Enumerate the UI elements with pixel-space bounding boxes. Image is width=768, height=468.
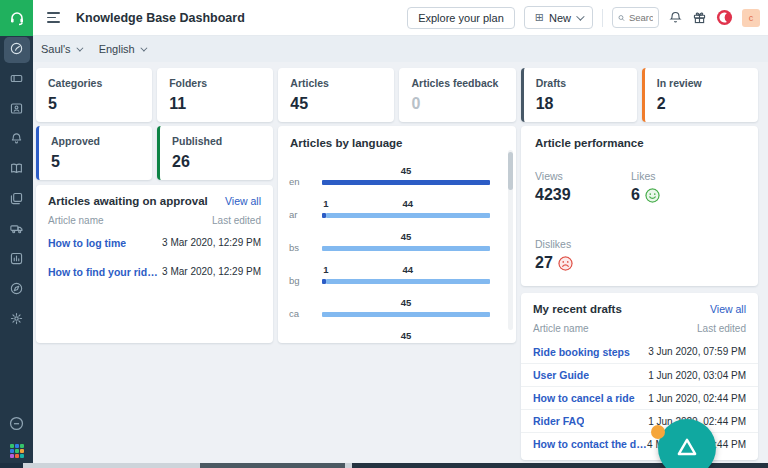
article-link[interactable]: How to contact the driver: [533, 438, 647, 450]
stat-label: In review: [657, 77, 746, 89]
drafts-rows: Ride booking steps3 Jun 2020, 07:59 PMUs…: [521, 340, 758, 455]
chevron-down-icon: [140, 44, 147, 51]
app-switcher[interactable]: [0, 444, 33, 458]
performance-title: Article performance: [535, 137, 744, 149]
stat-card-articles-feedback[interactable]: Articles feedback0: [399, 68, 515, 122]
crescent-icon: [716, 9, 733, 26]
bar-segment: [322, 180, 490, 185]
stats-grid-row2: Approved5Published26: [36, 126, 273, 180]
article-link[interactable]: Rider FAQ: [533, 415, 584, 427]
value-label: 45: [401, 231, 412, 242]
headset-icon: [8, 9, 26, 27]
search-box[interactable]: [612, 7, 659, 28]
divider: [602, 9, 603, 27]
stat-value: 5: [51, 153, 140, 171]
sidebar-help[interactable]: [0, 415, 33, 432]
drafts-view-all-link[interactable]: View all: [710, 303, 746, 315]
stat-value: 18: [536, 95, 625, 113]
stat-card-published[interactable]: Published26: [157, 126, 273, 180]
sidebar-item-contacts[interactable]: [4, 97, 30, 123]
page-title: Knowledge Base Dashboard: [76, 11, 245, 25]
app-dot: [15, 449, 19, 453]
column-article-name: Article name: [533, 323, 589, 334]
settings-icon: [9, 311, 24, 330]
value-label: 44: [403, 264, 414, 275]
search-input[interactable]: [629, 12, 653, 23]
help-widget-fab[interactable]: [658, 419, 716, 468]
last-edited-date: 3 Mar 2020, 12:29 PM: [162, 266, 261, 277]
new-button[interactable]: ⊞ New: [524, 6, 593, 29]
app-dot: [10, 454, 14, 458]
stat-card-in-review[interactable]: In review2: [642, 68, 758, 122]
table-row: How to find your ride far...3 Mar 2020, …: [36, 259, 273, 284]
sidebar-item-dashboard[interactable]: [4, 37, 30, 63]
help-circle-icon: [8, 415, 25, 432]
sidebar-item-analytics[interactable]: [4, 247, 30, 273]
stat-card-drafts[interactable]: Drafts18: [521, 68, 637, 122]
horizontal-scrollbar-thumb[interactable]: [200, 463, 345, 468]
table-row: Ride booking steps3 Jun 2020, 07:59 PM: [521, 340, 758, 363]
bar-segment: [326, 279, 490, 284]
article-link[interactable]: How to log time: [48, 237, 126, 249]
sidebar-item-alerts[interactable]: [4, 127, 30, 153]
sidebar-item-forums[interactable]: [4, 187, 30, 213]
sidebar-item-explore[interactable]: [4, 277, 30, 303]
sidebar-bottom-cap: [0, 463, 23, 468]
stat-label: Articles feedback: [411, 77, 503, 89]
awaiting-view-all-link[interactable]: View all: [225, 195, 261, 207]
likes-label: Likes: [631, 170, 660, 182]
contacts-icon: [9, 101, 24, 120]
app-dot: [20, 449, 24, 453]
article-link[interactable]: How to cancel a ride: [533, 392, 635, 404]
chart-row-zh-CN: zh-CN45: [278, 328, 516, 343]
horizontal-scrollbar[interactable]: [23, 463, 768, 468]
analytics-icon: [9, 251, 24, 270]
table-row: User Guide1 Jun 2020, 03:04 PM: [521, 363, 758, 386]
notification-dot: [651, 425, 665, 439]
knowledge-base-icon: [9, 161, 24, 180]
awaiting-title: Articles awaiting on approval: [48, 195, 208, 207]
chart-scrollbar-thumb[interactable]: [508, 152, 513, 190]
chart-row-ca: ca45: [278, 295, 516, 328]
stat-card-folders[interactable]: Folders11: [157, 68, 273, 122]
article-link[interactable]: How to find your ride far...: [48, 266, 162, 278]
stat-card-categories[interactable]: Categories5: [36, 68, 152, 122]
stat-card-articles[interactable]: Articles45: [278, 68, 394, 122]
sidebar-item-settings[interactable]: [4, 307, 30, 333]
language-dropdown[interactable]: English: [99, 43, 145, 55]
app-dot: [10, 449, 14, 453]
dislikes-value: 27: [535, 254, 553, 272]
gift-icon: [692, 10, 707, 25]
category-label: ca: [289, 308, 299, 319]
likes-value: 6: [631, 186, 640, 204]
app-dot: [20, 454, 24, 458]
stat-label: Categories: [48, 77, 140, 89]
value-label: 44: [403, 198, 414, 209]
sidebar-toggle-icon[interactable]: [47, 12, 61, 23]
category-label: ar: [289, 209, 297, 220]
article-performance-card: Article performance Views 4239 Likes 6 D…: [521, 126, 758, 286]
category-label: bg: [289, 275, 300, 286]
category-label: bs: [289, 242, 299, 253]
stat-card-approved[interactable]: Approved5: [36, 126, 152, 180]
freddy-toggle[interactable]: [716, 9, 733, 26]
last-edited-date: 1 Jun 2020, 03:04 PM: [648, 370, 746, 381]
sidebar-item-tickets[interactable]: [4, 67, 30, 93]
frowny-face-icon: [558, 256, 573, 271]
sidebar-item-knowledge-base[interactable]: [4, 157, 30, 183]
user-avatar[interactable]: c: [742, 9, 760, 27]
table-row: How to contact the driver4 Mar 2020, 02:…: [521, 432, 758, 455]
app-dot: [20, 444, 24, 448]
portal-dropdown[interactable]: Saul's: [41, 43, 81, 55]
notifications-bell[interactable]: [668, 10, 683, 25]
freshdesk-logo[interactable]: [0, 0, 33, 36]
whats-new-gift[interactable]: [692, 10, 707, 25]
column-last-edited: Last edited: [697, 323, 746, 334]
article-link[interactable]: User Guide: [533, 369, 589, 381]
stats-grid: Categories5Folders11Articles45Articles f…: [36, 68, 758, 122]
sidebar-item-field-service[interactable]: [4, 217, 30, 243]
chevron-down-icon: [576, 12, 584, 20]
article-link[interactable]: Ride booking steps: [533, 346, 630, 358]
stat-value: 26: [172, 153, 261, 171]
explore-plan-button[interactable]: Explore your plan: [407, 7, 515, 29]
